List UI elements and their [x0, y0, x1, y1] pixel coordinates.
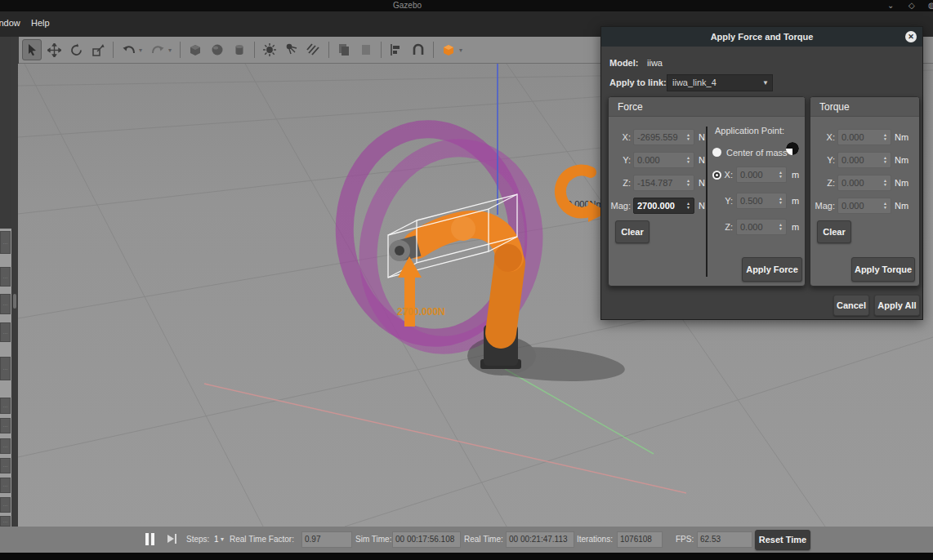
force-mag-input[interactable]: [634, 198, 684, 213]
force-magnitude-label: 2700.000N: [397, 306, 445, 318]
torque-z-field[interactable]: ▲▼: [837, 175, 891, 191]
ap-z-field[interactable]: ▲▼: [736, 219, 787, 235]
steps-value[interactable]: 1: [214, 535, 219, 544]
spinner-icon[interactable]: ▲▼: [684, 130, 693, 144]
force-y-field[interactable]: ▲▼: [633, 152, 694, 168]
reset-time-button[interactable]: Reset Time: [755, 530, 810, 550]
torque-z-unit: Nm: [895, 175, 908, 191]
left-panel-item[interactable]: ···: [0, 438, 11, 454]
left-panel-item[interactable]: ···: [0, 357, 11, 380]
align-icon[interactable]: [386, 39, 406, 60]
pause-button[interactable]: [145, 533, 155, 545]
torque-group: Torque X: ▲▼ Nm Y: ▲▼ Nm Z: ▲▼ Nm Mag:: [810, 96, 920, 287]
undo-icon[interactable]: [118, 39, 138, 60]
sphere-shape-icon[interactable]: [208, 39, 227, 60]
spinner-icon[interactable]: ▲▼: [684, 176, 693, 190]
left-panel-item[interactable]: ···: [0, 294, 11, 314]
box-shape-icon[interactable]: [185, 39, 205, 60]
force-z-field[interactable]: ▲▼: [633, 175, 694, 191]
toolbar-separator: [254, 42, 255, 58]
link-dropdown-value: iiwa_link_4: [672, 78, 716, 87]
snap-icon[interactable]: [408, 39, 428, 60]
apply-all-button[interactable]: Apply All: [874, 295, 920, 316]
spinner-icon[interactable]: ▲▼: [776, 167, 785, 182]
spinner-icon[interactable]: ▲▼: [881, 153, 890, 167]
left-panel-item[interactable]: ···: [0, 458, 11, 473]
diamond-icon[interactable]: ◇: [908, 1, 915, 11]
menu-help[interactable]: Help: [31, 18, 50, 28]
bottom-strip: [0, 553, 933, 560]
spinner-icon[interactable]: ▲▼: [881, 176, 890, 190]
torque-mag-input[interactable]: [838, 198, 881, 213]
torque-x-field[interactable]: ▲▼: [837, 129, 891, 145]
spinner-icon[interactable]: ▲▼: [684, 198, 693, 213]
copy-icon[interactable]: [334, 39, 354, 60]
step-forward-button[interactable]: [167, 534, 179, 544]
force-mag-field[interactable]: ▲▼: [633, 198, 694, 214]
translate-tool-icon[interactable]: [44, 39, 64, 60]
directional-light-icon[interactable]: [304, 39, 324, 60]
steps-caret-icon[interactable]: ▾: [221, 536, 224, 543]
close-icon[interactable]: ✕: [905, 31, 917, 42]
center-of-mass-radio[interactable]: [712, 148, 721, 157]
menu-window[interactable]: indow: [0, 18, 20, 28]
spinner-icon[interactable]: ▲▼: [881, 198, 890, 213]
torque-z-input[interactable]: [838, 176, 881, 190]
ap-y-label: Y:: [721, 193, 733, 209]
force-y-input[interactable]: [634, 153, 684, 167]
torque-clear-button[interactable]: Clear: [817, 220, 851, 243]
torque-x-input[interactable]: [838, 130, 881, 144]
undo-history-caret[interactable]: ▾: [139, 47, 145, 54]
force-x-unit: N: [699, 129, 705, 145]
link-dropdown[interactable]: iiwa_link_4 ▼: [667, 74, 773, 91]
ap-z-input[interactable]: [737, 220, 776, 234]
cylinder-shape-icon[interactable]: [230, 39, 249, 60]
spinner-icon[interactable]: ▲▼: [881, 130, 890, 144]
iterations-value: 1076108: [617, 531, 663, 548]
application-x-radio[interactable]: [712, 171, 721, 180]
ap-x-label: X:: [721, 167, 733, 183]
rotate-tool-icon[interactable]: [66, 39, 86, 60]
left-panel-item[interactable]: ···: [0, 497, 11, 513]
force-z-input[interactable]: [634, 176, 684, 190]
torque-y-input[interactable]: [838, 153, 881, 167]
torque-mag-field[interactable]: ▲▼: [837, 198, 891, 214]
left-panel-item[interactable]: ···: [0, 231, 11, 254]
spot-light-icon[interactable]: [282, 39, 301, 60]
cancel-button[interactable]: Cancel: [833, 295, 869, 316]
force-group-title: Force: [609, 97, 805, 117]
insert-caret[interactable]: ▾: [459, 47, 466, 54]
circle-icon[interactable]: ◍: [928, 1, 933, 11]
apply-torque-button[interactable]: Apply Torque: [851, 257, 915, 282]
ap-x-field[interactable]: ▲▼: [736, 167, 787, 183]
toolbar-separator: [113, 42, 114, 58]
redo-history-caret[interactable]: ▾: [168, 47, 175, 54]
left-panel-item[interactable]: ···: [0, 516, 11, 527]
force-x-field[interactable]: ▲▼: [633, 129, 694, 145]
left-panel-item[interactable]: ···: [0, 478, 11, 493]
point-light-icon[interactable]: [260, 39, 279, 60]
torque-y-label: Y:: [810, 152, 835, 168]
apply-force-button[interactable]: Apply Force: [742, 257, 802, 282]
redo-icon[interactable]: [148, 39, 167, 60]
left-panel-item[interactable]: ···: [0, 322, 11, 342]
force-clear-button[interactable]: Clear: [615, 220, 650, 243]
left-panel-item[interactable]: ···: [0, 267, 11, 287]
torque-y-field[interactable]: ▲▼: [837, 152, 891, 168]
spinner-icon[interactable]: ▲▼: [684, 153, 693, 167]
pointer-tool-icon[interactable]: [22, 39, 42, 60]
force-x-input[interactable]: [634, 130, 684, 144]
ap-x-input[interactable]: [737, 167, 776, 182]
application-point-title: Application Point:: [715, 122, 805, 139]
spinner-icon[interactable]: ▲▼: [776, 220, 785, 234]
paste-icon[interactable]: [356, 39, 376, 60]
left-panel-item[interactable]: ···: [0, 418, 11, 433]
left-panel-item[interactable]: ···: [0, 398, 11, 414]
chevron-down-icon[interactable]: ⌄: [887, 1, 894, 11]
gazebo-window: Gazebo ⌄ ◇ ◍ indow Help ▾ ▾: [0, 0, 933, 560]
spinner-icon[interactable]: ▲▼: [776, 193, 785, 208]
insert-orange-box-icon[interactable]: [439, 39, 458, 60]
ap-y-input[interactable]: [737, 193, 776, 208]
scale-tool-icon[interactable]: [88, 39, 108, 60]
ap-y-field[interactable]: ▲▼: [736, 193, 787, 209]
